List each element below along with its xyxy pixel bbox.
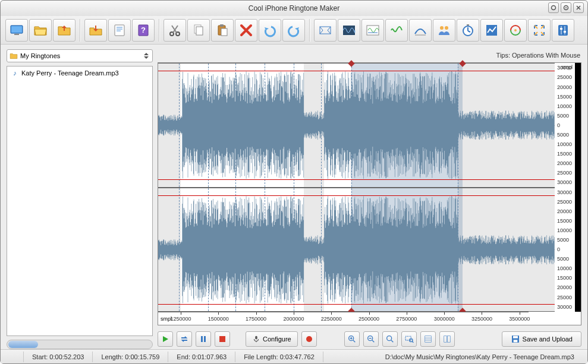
minimize-button[interactable] [548,2,559,13]
copy-button[interactable] [187,19,210,42]
open-folder-button[interactable] [29,19,52,42]
svg-rect-26 [467,24,469,26]
zoom-out-button[interactable] [363,331,379,347]
zoom-in-button[interactable] [344,331,360,347]
svg-point-24 [445,26,448,30]
mic-icon [252,335,260,343]
device-button[interactable] [5,19,28,42]
svg-rect-4 [11,26,22,33]
close-button[interactable] [573,2,584,13]
status-path: D:\doc\My Music\My Ringtones\Katy Perry … [323,352,583,362]
list-item[interactable]: ♪ Katy Perry - Teenage Dream.mp3 [8,68,151,78]
status-start: Start: 0:00:52.203 [23,352,92,362]
tips-text: Tips: Operations With Mouse [158,49,581,62]
svg-rect-36 [219,336,225,342]
status-file-length: File Length: 0:03:47.762 [235,352,323,362]
frequency-button[interactable] [385,19,408,42]
export-folder-button[interactable] [84,19,107,42]
cut-button[interactable] [163,19,186,42]
maximize-button[interactable] [561,2,571,13]
svg-rect-21 [367,26,379,35]
file-list[interactable]: ♪ Katy Perry - Teenage Dream.mp3 [7,66,153,336]
svg-point-2 [565,7,567,8]
svg-rect-18 [221,29,227,36]
svg-rect-29 [558,25,568,36]
svg-point-23 [440,26,444,30]
combo-spinner[interactable] [142,53,151,59]
svg-rect-47 [444,336,446,343]
effects-button[interactable] [504,19,527,42]
svg-rect-48 [447,336,450,343]
svg-point-38 [306,336,312,342]
folder-combo[interactable]: My Ringtones [7,49,153,62]
waveform-dark-button[interactable] [338,19,360,42]
status-end: End: 0:01:07.963 [168,352,235,362]
svg-rect-34 [201,336,203,342]
spectrum-button[interactable] [361,19,384,42]
svg-text:?: ? [141,26,146,34]
svg-rect-35 [204,336,206,342]
zoom-selection-button[interactable] [401,331,417,347]
redo-button[interactable] [282,19,305,42]
file-name: Katy Perry - Teenage Dream.mp3 [21,69,119,77]
music-note-icon: ♪ [11,69,19,77]
svg-point-28 [514,29,517,31]
pause-button[interactable] [196,331,211,347]
svg-rect-19 [320,27,331,34]
statusbar: Start: 0:00:52.203 Length: 0:00:15.759 E… [1,349,587,363]
svg-rect-20 [343,26,355,35]
svg-rect-50 [513,336,518,338]
view-list-button[interactable] [420,331,436,347]
level-bar [575,63,581,312]
configure-button[interactable]: Configure [246,331,298,347]
paste-button[interactable] [211,19,234,42]
loop-button[interactable] [177,331,192,347]
svg-rect-33 [564,31,566,33]
svg-rect-6 [115,25,124,36]
svg-rect-5 [14,34,19,35]
record-button[interactable] [301,331,317,347]
undo-button[interactable] [259,19,281,42]
waveform-editor[interactable]: smpl 12500001500000175000020000002250000… [158,62,581,325]
svg-point-0 [552,6,556,10]
play-button[interactable] [158,331,173,347]
trim-button[interactable] [314,19,337,42]
svg-rect-51 [513,340,517,342]
envelope-button[interactable] [409,19,432,42]
configure-label: Configure [263,335,291,343]
folder-icon [10,52,18,60]
sidebar: My Ringtones ♪ Katy Perry - Teenage Drea… [7,49,153,349]
save-upload-button[interactable]: Save and Upload [502,331,581,347]
titlebar: Cool iPhone Ringtone Maker [1,1,587,16]
svg-rect-15 [196,27,203,35]
expand-button[interactable] [528,19,551,42]
svg-rect-17 [220,24,224,27]
svg-rect-44 [425,336,431,343]
users-button[interactable] [433,19,455,42]
svg-rect-42 [405,336,411,340]
svg-rect-37 [255,336,257,340]
sidebar-scrollbar[interactable] [7,340,153,349]
help-button[interactable]: ? [132,19,155,42]
toolbar: ? [1,16,587,45]
status-length: Length: 0:00:15.759 [92,352,168,362]
analyze-button[interactable] [480,19,503,42]
svg-rect-32 [560,28,562,30]
save-icon [511,334,520,344]
svg-point-41 [386,336,391,341]
timer-button[interactable] [457,19,479,42]
properties-button[interactable] [108,19,131,42]
folder-combo-label: My Ringtones [20,52,139,59]
view-columns-button[interactable] [439,331,455,347]
delete-button[interactable] [235,19,257,42]
zoom-fit-button[interactable] [382,331,398,347]
stop-button[interactable] [215,331,230,347]
import-folder-button[interactable] [53,19,76,42]
window-title: Cool iPhone Ringtone Maker [249,4,339,12]
save-upload-label: Save and Upload [523,335,573,343]
settings-button[interactable] [552,19,574,42]
